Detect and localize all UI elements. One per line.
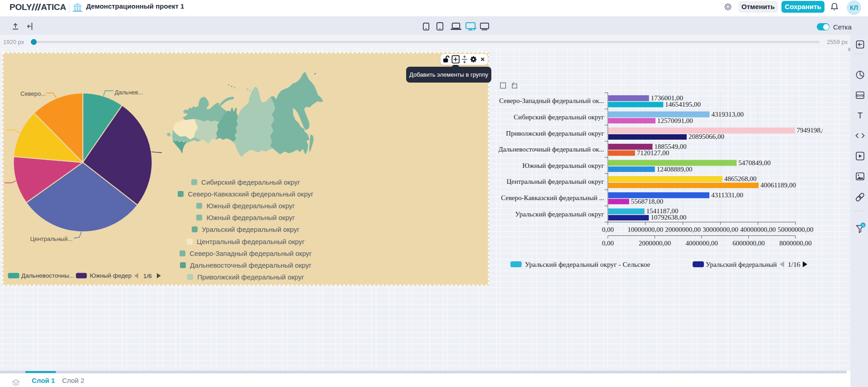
svg-text:12408889,00: 12408889,00 — [657, 166, 693, 173]
svg-text:Приволжский федеральный округ: Приволжский федеральный округ — [506, 130, 604, 137]
svg-text:40000000,00: 40000000,00 — [740, 226, 776, 233]
svg-text:14654195,00: 14654195,00 — [665, 101, 701, 108]
svg-text:20000000,00: 20000000,00 — [665, 226, 701, 233]
svg-text:SVG: SVG — [857, 93, 864, 98]
svg-text:Южный федер: Южный федер — [90, 272, 131, 279]
svg-text:Уральский федеральный округ: Уральский федеральный округ — [515, 211, 604, 218]
svg-text:0,00: 0,00 — [602, 226, 614, 233]
svg-text:10792638,00: 10792638,00 — [650, 214, 686, 221]
svg-text:50000000,00: 50000000,00 — [778, 226, 814, 233]
svg-text:20895066,00: 20895066,00 — [689, 133, 724, 140]
svg-text:12570091,00: 12570091,00 — [657, 117, 693, 124]
svg-text:5568718,00: 5568718,00 — [631, 198, 663, 205]
svg-text:6000000,00: 6000000,00 — [732, 240, 765, 247]
svg-text:0: 0 — [862, 223, 864, 227]
svg-text:Сибирский федеральный округ: Сибирский федеральный округ — [514, 113, 604, 121]
svg-text:4311331,00: 4311331,00 — [711, 191, 743, 199]
svg-text:Центральный федеральный округ: Центральный федеральный округ — [507, 178, 604, 185]
svg-text:2000000,00: 2000000,00 — [639, 240, 671, 247]
svg-text:1/6: 1/6 — [143, 273, 152, 279]
svg-text:Дальневосточны...: Дальневосточны... — [21, 272, 74, 279]
svg-text:30000000,00: 30000000,00 — [703, 226, 738, 233]
svg-text:Северо...: Северо... — [20, 90, 46, 97]
svg-text:0,00: 0,00 — [602, 240, 614, 247]
svg-text:Дальневосточный федеральный ок: Дальневосточный федеральный ок... — [499, 146, 604, 153]
svg-text:4319313,00: 4319313,00 — [712, 111, 744, 118]
svg-text:8000000,00: 8000000,00 — [779, 240, 811, 247]
svg-text:4000000,00: 4000000,00 — [685, 240, 718, 247]
svg-text:T: T — [858, 111, 863, 120]
svg-text:5470849,00: 5470849,00 — [738, 159, 771, 167]
svg-text:40061189,00: 40061189,00 — [761, 181, 796, 189]
svg-text:Северо-Западный федеральный ок: Северо-Западный федеральный ок... — [499, 97, 604, 104]
svg-text:Дальнев...: Дальнев... — [115, 89, 143, 96]
svg-text:7120127,00: 7120127,00 — [637, 149, 669, 157]
svg-text:10000000,00: 10000000,00 — [627, 226, 663, 233]
svg-text:Центральный...: Центральный... — [30, 235, 73, 242]
svg-text:Уральский федеральный: Уральский федеральный — [706, 261, 777, 268]
svg-text:Южный федеральный округ: Южный федеральный округ — [522, 162, 604, 169]
svg-text:Северо-Кавказский федеральный: Северо-Кавказский федеральный ... — [501, 194, 604, 201]
svg-text:Уральский федеральный округ -: Уральский федеральный округ - Сельское — [525, 260, 650, 268]
svg-text:1/16: 1/16 — [788, 260, 800, 268]
svg-text:7949198,00: 7949198,00 — [796, 127, 823, 134]
svg-text:4865268,00: 4865268,00 — [724, 175, 756, 182]
